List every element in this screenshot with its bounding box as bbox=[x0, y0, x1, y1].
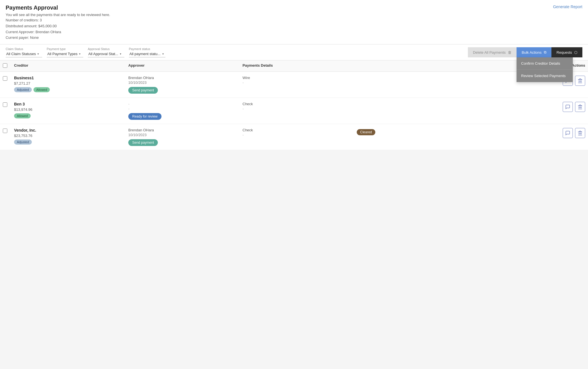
claim-status-filter: Claim Status All Claim Statuses ▾ bbox=[6, 47, 42, 57]
payment-detail: - bbox=[243, 133, 357, 137]
payment-type-select[interactable]: All Payment Types ▾ bbox=[47, 51, 83, 57]
payment-status-label: Payment status bbox=[129, 47, 165, 51]
claim-status-select[interactable]: All Claim Statuses ▾ bbox=[6, 51, 42, 57]
payment-status-filter: Payment status All payment statu... ▾ bbox=[129, 47, 165, 57]
payment-type-value: All Payment Types bbox=[47, 52, 77, 56]
approval-status-select[interactable]: All Approval Stat... ▾ bbox=[88, 51, 124, 57]
chevron-down-icon: ▾ bbox=[37, 52, 39, 55]
payment-type-label: Payment type bbox=[47, 47, 83, 51]
bulk-actions-dropdown: Confirm Creditor Details Review Selected… bbox=[517, 57, 573, 82]
page-title: Payments Approval bbox=[6, 4, 582, 11]
payment-details-cell: Check - bbox=[243, 128, 357, 137]
bulk-actions-wrapper: Bulk Actions ⧉ Confirm Creditor Details … bbox=[517, 47, 551, 57]
payment-details-cell: Check - bbox=[243, 102, 357, 111]
approver-cell: Brendan OHara 10/10/2023 Send payment bbox=[128, 128, 243, 146]
copy-icon: ⧉ bbox=[544, 50, 546, 55]
claim-status-label: Claim Status bbox=[6, 47, 42, 51]
action-icons-cell bbox=[471, 102, 585, 112]
page-wrapper: Payments Approval You will see all the p… bbox=[0, 0, 588, 369]
chevron-down-icon: ▾ bbox=[120, 52, 121, 55]
bulk-actions-button[interactable]: Bulk Actions ⧉ bbox=[517, 47, 551, 57]
payments-table: Creditor Approver Payments Details Actio… bbox=[0, 60, 588, 150]
ready-for-review-button[interactable]: Ready for review bbox=[128, 113, 161, 120]
row-checkbox[interactable] bbox=[3, 76, 7, 81]
generate-report-button[interactable]: Generate Report bbox=[553, 4, 582, 9]
creditor-badges: Adjusted Allowed bbox=[14, 87, 128, 92]
payment-detail: - bbox=[243, 107, 357, 111]
approver-cell: - - Ready for review bbox=[128, 102, 243, 120]
creditor-badges: Adjusted bbox=[14, 140, 128, 145]
bank-icon-button[interactable] bbox=[575, 128, 585, 138]
trash-icon: 🗑 bbox=[508, 50, 511, 55]
payment-type: Check bbox=[243, 128, 357, 132]
requests-button[interactable]: Requests ⬡ bbox=[551, 47, 582, 57]
claim-status-value: All Claim Statuses bbox=[6, 52, 36, 56]
creditor-cell: Vendor, Inc. $23,753.76 Adjusted bbox=[14, 128, 128, 145]
cleared-cell: Cleared bbox=[357, 128, 471, 135]
creditor-name: Vendor, Inc. bbox=[14, 128, 128, 132]
svg-marker-5 bbox=[578, 79, 582, 80]
svg-marker-11 bbox=[578, 105, 582, 106]
action-buttons-group: Delete All Payments 🗑 Bulk Actions ⧉ Con… bbox=[468, 47, 582, 57]
page-meta: Number of creditors: 3 Distributed amoun… bbox=[6, 17, 582, 41]
approver-name: Brendan OHara bbox=[128, 128, 243, 132]
bank-icon-button[interactable] bbox=[575, 102, 585, 112]
payment-details-cell: Wire - bbox=[243, 76, 357, 85]
table-header-row: Creditor Approver Payments Details Actio… bbox=[0, 60, 588, 72]
comment-icon-button[interactable] bbox=[563, 128, 573, 138]
row-checkbox-cell bbox=[3, 128, 14, 133]
spacer-column bbox=[357, 63, 471, 69]
meta-creditors: Number of creditors: 3 bbox=[6, 17, 582, 23]
select-all-cell bbox=[3, 63, 14, 69]
select-all-checkbox[interactable] bbox=[3, 63, 7, 68]
payment-status-select[interactable]: All payment statu... ▾ bbox=[129, 51, 165, 57]
approver-date: 10/10/2023 bbox=[128, 133, 243, 137]
filter-bar: Claim Status All Claim Statuses ▾ Paymen… bbox=[0, 44, 588, 60]
dropdown-item-confirm-creditor[interactable]: Confirm Creditor Details bbox=[517, 57, 573, 70]
row-checkbox-cell bbox=[3, 76, 14, 81]
approval-status-label: Approval Status bbox=[88, 47, 124, 51]
creditor-column-header: Creditor bbox=[14, 63, 128, 69]
send-payment-button[interactable]: Send payment bbox=[128, 139, 158, 146]
approver-name: Brendan OHara bbox=[128, 76, 243, 80]
creditor-amount: $23,753.76 bbox=[14, 134, 128, 138]
send-payment-button[interactable]: Send payment bbox=[128, 87, 158, 94]
creditor-cell: Ben 3 $13,974.96 Allowed bbox=[14, 102, 128, 118]
row-checkbox[interactable] bbox=[3, 102, 7, 107]
meta-payer: Current payer: None bbox=[6, 35, 582, 41]
table-row: Ben 3 $13,974.96 Allowed - - Ready for r… bbox=[0, 98, 588, 124]
adjusted-badge: Adjusted bbox=[14, 140, 32, 145]
allowed-badge: Allowed bbox=[14, 113, 31, 118]
table-row: Business1 $7,271.27 Adjusted Allowed Bre… bbox=[0, 72, 588, 98]
approver-date: - bbox=[128, 107, 243, 111]
approval-status-value: All Approval Stat... bbox=[88, 52, 118, 56]
meta-distributed: Distributed amount: $45,000.00 bbox=[6, 23, 582, 29]
dropdown-item-review-payments[interactable]: Review Selected Payments bbox=[517, 70, 573, 82]
bulk-actions-label: Bulk Actions bbox=[522, 50, 542, 55]
creditor-amount: $7,271.27 bbox=[14, 81, 128, 86]
creditor-cell: Business1 $7,271.27 Adjusted Allowed bbox=[14, 76, 128, 92]
chevron-down-icon: ▾ bbox=[162, 52, 164, 55]
meta-approver: Current Approver: Brendan OHara bbox=[6, 29, 582, 35]
top-bar: Payments Approval You will see all the p… bbox=[0, 0, 588, 44]
export-icon: ⬡ bbox=[574, 50, 577, 55]
row-checkbox[interactable] bbox=[3, 129, 7, 133]
comment-icon-button[interactable] bbox=[563, 102, 573, 112]
approval-status-filter: Approval Status All Approval Stat... ▾ bbox=[88, 47, 124, 57]
creditor-name: Business1 bbox=[14, 76, 128, 80]
approver-name: - bbox=[128, 102, 243, 106]
approver-date: 10/10/2023 bbox=[128, 80, 243, 85]
delete-all-label: Delete All Payments bbox=[473, 50, 506, 55]
adjusted-badge: Adjusted bbox=[14, 87, 32, 92]
bank-icon-button[interactable] bbox=[575, 76, 585, 86]
payments-details-column-header: Payments Details bbox=[243, 63, 357, 69]
delete-all-button[interactable]: Delete All Payments 🗑 bbox=[468, 47, 517, 57]
svg-marker-17 bbox=[578, 131, 582, 132]
payment-detail: - bbox=[243, 80, 357, 85]
allowed-badge: Allowed bbox=[33, 87, 50, 92]
page-subtitle: You will see all the payments that are r… bbox=[6, 13, 582, 17]
payment-status-value: All payment statu... bbox=[129, 52, 161, 56]
payment-type: Check bbox=[243, 102, 357, 106]
requests-label: Requests bbox=[556, 50, 572, 55]
payment-type-filter: Payment type All Payment Types ▾ bbox=[47, 47, 83, 57]
